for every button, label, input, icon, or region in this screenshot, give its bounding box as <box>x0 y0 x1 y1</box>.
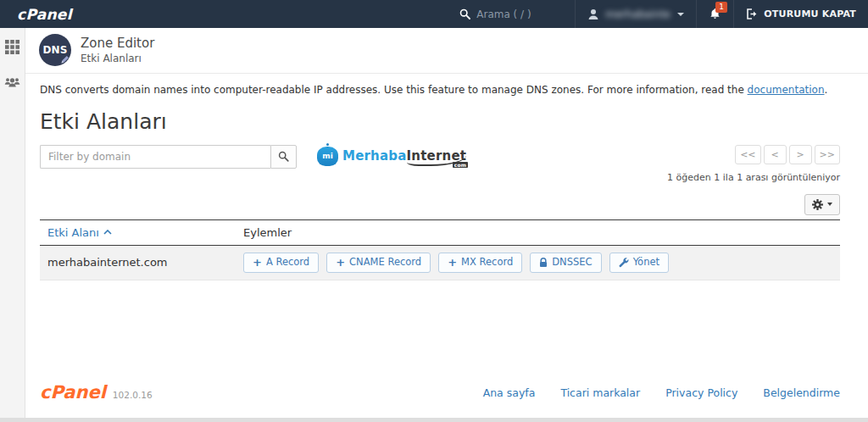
gear-icon <box>812 199 823 210</box>
search-icon <box>278 151 289 162</box>
column-actions-label: Eylemler <box>243 226 840 239</box>
action-label: DNSSEC <box>552 258 592 268</box>
footer-link-privacy-policy[interactable]: Privacy Policy <box>665 386 737 399</box>
action-label: MX Record <box>461 258 513 268</box>
action-label: Yönet <box>633 258 659 268</box>
action-label: A Record <box>266 258 309 268</box>
plus-icon: + <box>448 258 457 267</box>
add-mx-record-button[interactable]: + MX Record <box>438 253 522 273</box>
merhabainternet-logo[interactable]: mi MerhabaInternetcom <box>317 147 466 166</box>
pagination-first-button[interactable]: << <box>735 145 760 164</box>
top-navbar: cPanel Arama ( / ) merhabainternet 1 <box>0 0 868 28</box>
notifications-button[interactable]: 1 <box>696 0 733 28</box>
footer-links: Ana sayfa Ticari markalar Privacy Policy… <box>483 386 840 399</box>
page-title: Zone Editor <box>81 36 154 52</box>
table-header-row: Etki Alanı Eylemler <box>40 219 840 246</box>
user-menu[interactable]: merhabainternet <box>575 0 696 28</box>
pagination-block: << < > >> 1 öğeden 1 ila 1 arası görüntü… <box>667 145 840 215</box>
search-icon <box>459 8 470 19</box>
logo-part-merhaba: Merhaba <box>342 148 407 164</box>
add-a-record-button[interactable]: + A Record <box>243 253 319 273</box>
pagination-summary: 1 öğeden 1 ila 1 arası görüntüleniyor <box>667 172 840 183</box>
dns-feature-icon: DNS <box>39 34 71 66</box>
page-footer: cPanel 102.0.16 Ana sayfa Ticari markala… <box>25 374 868 418</box>
search-shortcut-label: Arama ( / ) <box>476 8 531 20</box>
documentation-link[interactable]: documentation <box>748 84 825 96</box>
sort-asc-icon <box>103 230 112 235</box>
users-group-icon <box>4 76 20 88</box>
pagination-next-button[interactable]: > <box>789 145 812 164</box>
feature-description: DNS converts domain names into computer-… <box>25 74 868 96</box>
logout-label: OTURUMU KAPAT <box>764 8 856 19</box>
apps-grid-icon <box>5 40 19 54</box>
global-search[interactable]: Arama ( / ) <box>448 0 575 28</box>
pagination-prev-button[interactable]: < <box>764 145 787 164</box>
page-subtitle: Etki Alanları <box>81 53 154 64</box>
window-bottom-edge <box>0 418 868 422</box>
footer-link-home[interactable]: Ana sayfa <box>483 386 536 399</box>
chevron-down-icon <box>677 13 684 16</box>
sidebar-item-apps[interactable] <box>5 40 19 54</box>
wrench-icon <box>619 258 629 268</box>
plus-icon: + <box>253 258 262 267</box>
toolbar-row: mi MerhabaInternetcom << < > >> 1 öğeden… <box>25 135 868 215</box>
action-label: CNAME Record <box>349 258 421 268</box>
zones-table: Etki Alanı Eylemler merhabainternet.com … <box>40 219 840 280</box>
notification-count-badge: 1 <box>715 2 727 13</box>
robot-initials: mi <box>322 152 332 160</box>
table-row: merhabainternet.com + A Record + CNAME R… <box>40 246 840 280</box>
pencil-icon <box>59 55 70 65</box>
robot-mascot-icon: mi <box>317 147 338 166</box>
table-settings-button[interactable] <box>804 194 840 215</box>
username-label: merhabainternet <box>605 8 671 20</box>
column-domain-label: Etki Alanı <box>47 226 99 239</box>
domain-name: merhabainternet.com <box>47 256 243 269</box>
filter-search-button[interactable] <box>270 145 297 169</box>
version-label: 102.0.16 <box>113 390 153 400</box>
cpanel-logo[interactable]: cPanel <box>0 6 89 23</box>
add-cname-record-button[interactable]: + CNAME Record <box>326 253 431 273</box>
chevron-down-icon <box>827 203 832 206</box>
row-actions: + A Record + CNAME Record + MX Record DN… <box>243 253 840 273</box>
page-header: DNS Zone Editor Etki Alanları <box>25 28 868 74</box>
user-icon <box>587 8 599 20</box>
sort-by-domain[interactable]: Etki Alanı <box>47 226 243 239</box>
plus-icon: + <box>336 258 345 267</box>
section-heading: Etki Alanları <box>25 96 868 135</box>
footer-link-documentation[interactable]: Belgelendirme <box>763 386 840 399</box>
cpanel-footer-logo[interactable]: cPanel <box>40 382 106 403</box>
description-suffix: . <box>825 84 828 96</box>
dns-icon-label: DNS <box>42 44 67 56</box>
logo-wordmark: MerhabaInternetcom <box>342 148 466 164</box>
footer-link-trademarks[interactable]: Ticari markalar <box>560 386 640 399</box>
logout-icon <box>746 8 758 19</box>
left-icon-sidebar <box>0 28 25 418</box>
manage-button[interactable]: Yönet <box>609 253 669 273</box>
domain-filter-input[interactable] <box>40 145 270 169</box>
description-text: DNS converts domain names into computer-… <box>40 84 748 96</box>
logo-tld: com <box>453 162 469 168</box>
sidebar-item-users[interactable] <box>4 76 20 88</box>
pagination-last-button[interactable]: >> <box>815 145 840 164</box>
dnssec-button[interactable]: DNSSEC <box>530 253 601 273</box>
logout-button[interactable]: OTURUMU KAPAT <box>733 0 868 28</box>
topbar-right-group: Arama ( / ) merhabainternet 1 OTURUMU KA… <box>448 0 868 28</box>
lock-icon <box>539 258 548 268</box>
domain-filter-group <box>40 145 297 169</box>
